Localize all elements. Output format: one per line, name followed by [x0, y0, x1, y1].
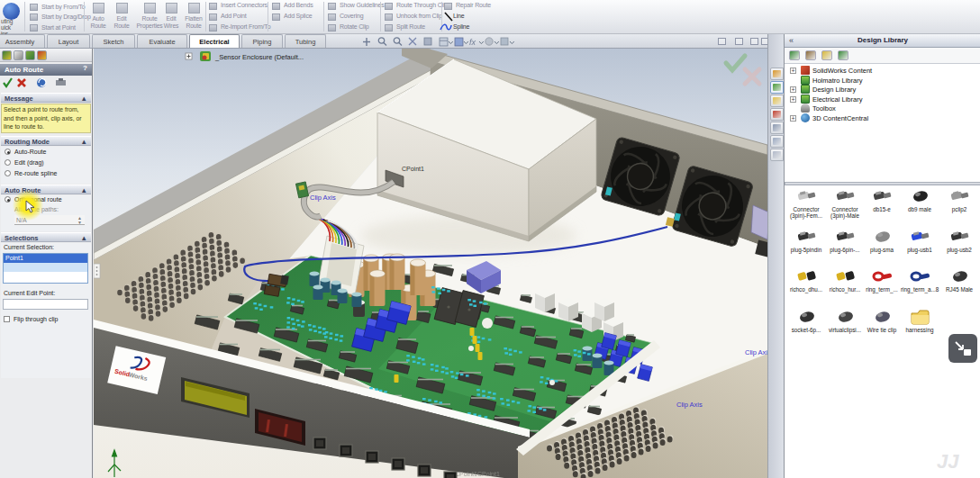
- svg-text:CPoint1: CPoint1: [402, 166, 424, 172]
- svg-text:Clip Axis: Clip Axis: [310, 194, 336, 202]
- svg-text:_Sensor Enclosure (Default...: _Sensor Enclosure (Default...: [214, 53, 304, 61]
- svg-text:Clip Axis: Clip Axis: [676, 401, 703, 409]
- svg-text:CPoint1CPoint1: CPoint1CPoint1: [455, 471, 500, 477]
- svg-text:fx: fx: [469, 38, 476, 47]
- svg-text:Clip Axis: Clip Axis: [745, 348, 767, 356]
